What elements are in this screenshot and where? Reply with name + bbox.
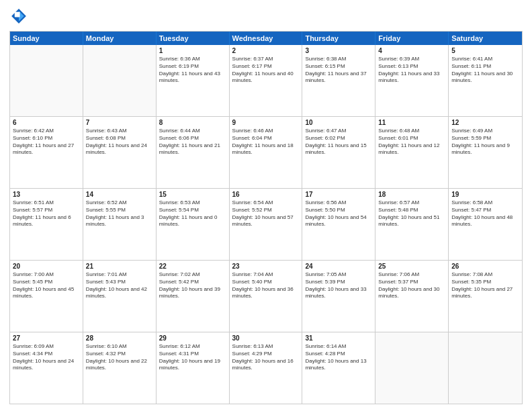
week-row-2: 6Sunrise: 6:42 AM Sunset: 6:10 PM Daylig… — [10, 117, 522, 189]
day-cell-9: 9Sunrise: 6:46 AM Sunset: 6:04 PM Daylig… — [230, 117, 303, 188]
day-cell-21: 21Sunrise: 7:01 AM Sunset: 5:43 PM Dayli… — [83, 261, 157, 332]
day-number: 22 — [159, 263, 226, 270]
day-number: 13 — [13, 191, 80, 198]
day-header-tuesday: Tuesday — [157, 32, 230, 45]
calendar: SundayMondayTuesdayWednesdayThursdayFrid… — [9, 31, 523, 404]
day-info: Sunrise: 7:02 AM Sunset: 5:42 PM Dayligh… — [159, 271, 226, 300]
day-header-wednesday: Wednesday — [230, 32, 303, 45]
day-info: Sunrise: 6:54 AM Sunset: 5:52 PM Dayligh… — [232, 199, 300, 228]
day-info: Sunrise: 6:41 AM Sunset: 6:11 PM Dayligh… — [451, 56, 519, 85]
day-info: Sunrise: 6:53 AM Sunset: 5:54 PM Dayligh… — [159, 199, 226, 228]
day-info: Sunrise: 6:48 AM Sunset: 6:01 PM Dayligh… — [378, 128, 445, 156]
day-info: Sunrise: 7:06 AM Sunset: 5:37 PM Dayligh… — [378, 271, 445, 300]
day-header-monday: Monday — [83, 32, 157, 45]
logo-icon — [9, 7, 28, 26]
page: SundayMondayTuesdayWednesdayThursdayFrid… — [0, 0, 532, 411]
day-info: Sunrise: 6:44 AM Sunset: 6:06 PM Dayligh… — [159, 128, 226, 156]
svg-rect-2 — [15, 12, 20, 17]
day-cell-13: 13Sunrise: 6:51 AM Sunset: 5:57 PM Dayli… — [10, 189, 83, 260]
day-cell-25: 25Sunrise: 7:06 AM Sunset: 5:37 PM Dayli… — [375, 261, 449, 332]
day-cell-30: 30Sunrise: 6:13 AM Sunset: 4:29 PM Dayli… — [230, 332, 303, 404]
day-cell-11: 11Sunrise: 6:48 AM Sunset: 6:01 PM Dayli… — [375, 117, 449, 188]
day-info: Sunrise: 6:39 AM Sunset: 6:13 PM Dayligh… — [378, 56, 445, 85]
day-header-thursday: Thursday — [302, 32, 375, 45]
day-info: Sunrise: 7:08 AM Sunset: 5:35 PM Dayligh… — [451, 271, 519, 300]
day-info: Sunrise: 7:05 AM Sunset: 5:39 PM Dayligh… — [305, 271, 372, 300]
day-number: 15 — [159, 191, 226, 198]
day-info: Sunrise: 6:49 AM Sunset: 5:59 PM Dayligh… — [451, 128, 519, 156]
day-cell-7: 7Sunrise: 6:43 AM Sunset: 6:08 PM Daylig… — [83, 117, 157, 188]
day-cell-23: 23Sunrise: 7:04 AM Sunset: 5:40 PM Dayli… — [230, 261, 303, 332]
day-info: Sunrise: 7:04 AM Sunset: 5:40 PM Dayligh… — [232, 271, 300, 300]
day-number: 20 — [13, 263, 80, 270]
day-info: Sunrise: 6:52 AM Sunset: 5:55 PM Dayligh… — [86, 199, 153, 228]
day-number: 12 — [451, 119, 519, 126]
day-cell-2: 2Sunrise: 6:37 AM Sunset: 6:17 PM Daylig… — [230, 45, 303, 116]
day-cell-15: 15Sunrise: 6:53 AM Sunset: 5:54 PM Dayli… — [157, 189, 230, 260]
day-info: Sunrise: 6:38 AM Sunset: 6:15 PM Dayligh… — [305, 56, 372, 85]
day-number: 3 — [305, 47, 372, 54]
day-number: 9 — [232, 119, 300, 126]
day-number: 11 — [378, 119, 445, 126]
day-header-saturday: Saturday — [449, 32, 522, 45]
day-info: Sunrise: 6:42 AM Sunset: 6:10 PM Dayligh… — [13, 128, 80, 156]
day-number: 1 — [159, 47, 226, 54]
day-number: 21 — [86, 263, 153, 270]
day-number: 8 — [159, 119, 226, 126]
day-cell-1: 1Sunrise: 6:36 AM Sunset: 6:19 PM Daylig… — [157, 45, 230, 116]
day-number: 26 — [451, 263, 519, 270]
day-cell-10: 10Sunrise: 6:47 AM Sunset: 6:02 PM Dayli… — [302, 117, 375, 188]
day-cell-16: 16Sunrise: 6:54 AM Sunset: 5:52 PM Dayli… — [230, 189, 303, 260]
day-number: 2 — [232, 47, 300, 54]
day-cell-12: 12Sunrise: 6:49 AM Sunset: 5:59 PM Dayli… — [449, 117, 522, 188]
day-info: Sunrise: 6:14 AM Sunset: 4:28 PM Dayligh… — [305, 343, 372, 372]
day-info: Sunrise: 6:36 AM Sunset: 6:19 PM Dayligh… — [159, 56, 226, 85]
day-number: 18 — [378, 191, 445, 198]
day-number: 23 — [232, 263, 300, 270]
day-info: Sunrise: 7:00 AM Sunset: 5:45 PM Dayligh… — [13, 271, 80, 300]
day-info: Sunrise: 6:58 AM Sunset: 5:47 PM Dayligh… — [451, 199, 519, 228]
day-number: 5 — [451, 47, 519, 54]
day-info: Sunrise: 7:01 AM Sunset: 5:43 PM Dayligh… — [86, 271, 153, 300]
day-cell-14: 14Sunrise: 6:52 AM Sunset: 5:55 PM Dayli… — [83, 189, 157, 260]
day-number: 4 — [378, 47, 445, 54]
day-info: Sunrise: 6:51 AM Sunset: 5:57 PM Dayligh… — [13, 199, 80, 228]
day-cell-31: 31Sunrise: 6:14 AM Sunset: 4:28 PM Dayli… — [302, 332, 375, 404]
day-number: 31 — [305, 334, 372, 342]
day-cell-20: 20Sunrise: 7:00 AM Sunset: 5:45 PM Dayli… — [10, 261, 83, 332]
day-info: Sunrise: 6:09 AM Sunset: 4:34 PM Dayligh… — [13, 343, 80, 372]
day-cell-6: 6Sunrise: 6:42 AM Sunset: 6:10 PM Daylig… — [10, 117, 83, 188]
week-row-5: 27Sunrise: 6:09 AM Sunset: 4:34 PM Dayli… — [10, 332, 522, 404]
day-info: Sunrise: 6:47 AM Sunset: 6:02 PM Dayligh… — [305, 128, 372, 156]
day-number: 29 — [159, 334, 226, 342]
day-info: Sunrise: 6:56 AM Sunset: 5:50 PM Dayligh… — [305, 199, 372, 228]
week-row-1: 1Sunrise: 6:36 AM Sunset: 6:19 PM Daylig… — [10, 45, 522, 117]
day-cell-27: 27Sunrise: 6:09 AM Sunset: 4:34 PM Dayli… — [10, 332, 83, 404]
day-header-friday: Friday — [375, 32, 449, 45]
day-number: 25 — [378, 263, 445, 270]
day-number: 28 — [86, 334, 153, 342]
day-cell-18: 18Sunrise: 6:57 AM Sunset: 5:48 PM Dayli… — [375, 189, 449, 260]
day-cell-24: 24Sunrise: 7:05 AM Sunset: 5:39 PM Dayli… — [302, 261, 375, 332]
day-cell-28: 28Sunrise: 6:10 AM Sunset: 4:32 PM Dayli… — [83, 332, 157, 404]
empty-cell — [83, 45, 157, 116]
calendar-body: 1Sunrise: 6:36 AM Sunset: 6:19 PM Daylig… — [10, 45, 522, 404]
logo — [9, 7, 30, 26]
day-cell-4: 4Sunrise: 6:39 AM Sunset: 6:13 PM Daylig… — [375, 45, 449, 116]
day-cell-19: 19Sunrise: 6:58 AM Sunset: 5:47 PM Dayli… — [449, 189, 522, 260]
day-number: 10 — [305, 119, 372, 126]
day-cell-29: 29Sunrise: 6:12 AM Sunset: 4:31 PM Dayli… — [157, 332, 230, 404]
empty-cell — [375, 332, 449, 404]
week-row-4: 20Sunrise: 7:00 AM Sunset: 5:45 PM Dayli… — [10, 261, 522, 332]
day-number: 30 — [232, 334, 300, 342]
day-info: Sunrise: 6:43 AM Sunset: 6:08 PM Dayligh… — [86, 128, 153, 156]
day-info: Sunrise: 6:13 AM Sunset: 4:29 PM Dayligh… — [232, 343, 300, 372]
day-info: Sunrise: 6:10 AM Sunset: 4:32 PM Dayligh… — [86, 343, 153, 372]
day-cell-22: 22Sunrise: 7:02 AM Sunset: 5:42 PM Dayli… — [157, 261, 230, 332]
day-info: Sunrise: 6:12 AM Sunset: 4:31 PM Dayligh… — [159, 343, 226, 372]
calendar-header: SundayMondayTuesdayWednesdayThursdayFrid… — [10, 32, 522, 45]
day-cell-8: 8Sunrise: 6:44 AM Sunset: 6:06 PM Daylig… — [157, 117, 230, 188]
day-header-sunday: Sunday — [10, 32, 83, 45]
day-number: 17 — [305, 191, 372, 198]
day-cell-3: 3Sunrise: 6:38 AM Sunset: 6:15 PM Daylig… — [302, 45, 375, 116]
